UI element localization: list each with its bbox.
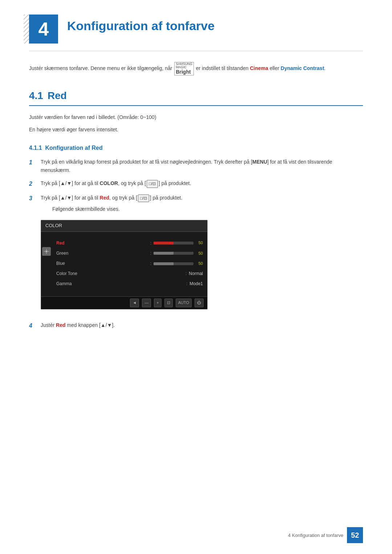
red-number: 50: [196, 240, 203, 246]
red-bar-container: [154, 242, 193, 245]
colortone-value: Normal: [189, 270, 203, 277]
section-title: Red: [48, 90, 67, 102]
screen-mock: COLOR: [41, 220, 208, 309]
section-number: 4.1: [29, 90, 43, 102]
step-3-text: Tryk på [▲/▼] for at gå til Red, og tryk…: [41, 195, 182, 201]
btn-auto: AUTO: [176, 299, 192, 307]
dynamic-contrast-link: Dynamic Contrast: [281, 65, 324, 71]
menu-item-colortone: Color Tone : Normal: [56, 270, 203, 278]
step-3-num: 3: [29, 194, 38, 203]
blue-bar-fill: [154, 262, 173, 265]
green-bar-container: [154, 252, 193, 255]
btn-confirm: ⊡: [164, 299, 173, 307]
cinema-link: Cinema: [250, 65, 268, 71]
menu-item-blue: Blue : 50: [56, 259, 203, 268]
step-2-text: Tryk på [▲/▼] for at gå til COLOR, og tr…: [41, 179, 363, 188]
section-para2: En højere værdi øger farvens intensitet.: [29, 126, 363, 134]
step-3-sub: Følgende skærmbillede vises.: [52, 205, 208, 213]
chapter-header: 4 Konfiguration af tonfarve: [29, 15, 363, 51]
screen-sidebar: [41, 236, 52, 293]
step-4-text: Justér Red med knappen [▲/▼].: [41, 321, 363, 329]
screen-menu: Red : 50 G: [52, 236, 207, 293]
step-1-text: Tryk på en vilkårlig knap forrest på pro…: [41, 158, 363, 174]
step-2: 2 Tryk på [▲/▼] for at gå til COLOR, og …: [29, 179, 363, 189]
svg-point-0: [45, 250, 48, 253]
green-label: Green: [56, 250, 68, 257]
screen-body: Red : 50 G: [41, 232, 207, 293]
colortone-value-area: : Normal: [185, 270, 203, 277]
settings-icon: [44, 249, 49, 254]
page-footer: 4 Konfiguration af tonfarve 52: [288, 527, 363, 543]
magic-bright-label: SAMSUNGMAGICBright: [174, 62, 194, 75]
subsection-heading: 4.1.1 Konfiguration af Red: [29, 145, 363, 151]
screen-title-bar: COLOR: [41, 220, 207, 232]
step-3: 3 Tryk på [▲/▼] for at gå til Red, og tr…: [29, 194, 363, 316]
btn-left: ◄: [130, 299, 139, 307]
section-body: Justér værdien for farven rød i billedet…: [29, 113, 363, 134]
footer-chapter-label: 4 Konfiguration af tonfarve: [288, 533, 344, 538]
blue-value-area: : 50: [150, 260, 203, 267]
chapter-description: Justér skærmens tonfarve. Denne menu er …: [29, 62, 363, 75]
footer-page-number: 52: [347, 527, 363, 543]
menu-item-gamma: Gamma : Mode1: [56, 280, 203, 288]
page-wrapper: 4 Konfiguration af tonfarve Justér skærm…: [0, 0, 392, 554]
green-value-area: : 50: [150, 250, 203, 257]
gamma-value-area: : Mode1: [186, 280, 203, 287]
chapter-title: Konfiguration af tonfarve: [67, 15, 215, 33]
green-number: 50: [196, 250, 203, 257]
step-1: 1 Tryk på en vilkårlig knap forrest på p…: [29, 158, 363, 174]
menu-item-red: Red : 50: [56, 239, 203, 247]
sidebar-icon: [42, 247, 51, 256]
blue-bar-container: [154, 262, 193, 265]
section-para1: Justér værdien for farven rød i billedet…: [29, 113, 363, 122]
red-label: Red: [56, 240, 65, 247]
colortone-label: Color Tone: [56, 270, 77, 277]
gamma-label: Gamma: [56, 280, 72, 287]
btn-power: ⏻: [195, 299, 204, 307]
gamma-value: Mode1: [189, 280, 203, 287]
step-4: 4 Justér Red med knappen [▲/▼].: [29, 321, 363, 331]
blue-number: 50: [196, 260, 203, 267]
step-3-content: Tryk på [▲/▼] for at gå til Red, og tryk…: [41, 194, 208, 316]
screen-bottom-bar: ◄ — + ⊡ AUTO ⏻: [41, 296, 207, 309]
menu-item-green: Green : 50: [56, 249, 203, 258]
step-2-num: 2: [29, 179, 38, 189]
steps-list: 1 Tryk på en vilkårlig knap forrest på p…: [29, 158, 363, 330]
red-value-area: : 50: [150, 240, 203, 247]
green-bar-fill: [154, 252, 173, 255]
red-bar-fill: [154, 242, 173, 245]
section-heading: 4.1 Red: [29, 90, 363, 106]
step-1-num: 1: [29, 158, 38, 167]
blue-label: Blue: [56, 260, 65, 267]
step-4-num: 4: [29, 321, 38, 331]
btn-plus: +: [154, 299, 161, 307]
chapter-number: 4: [29, 15, 58, 44]
btn-minus: —: [142, 299, 151, 307]
